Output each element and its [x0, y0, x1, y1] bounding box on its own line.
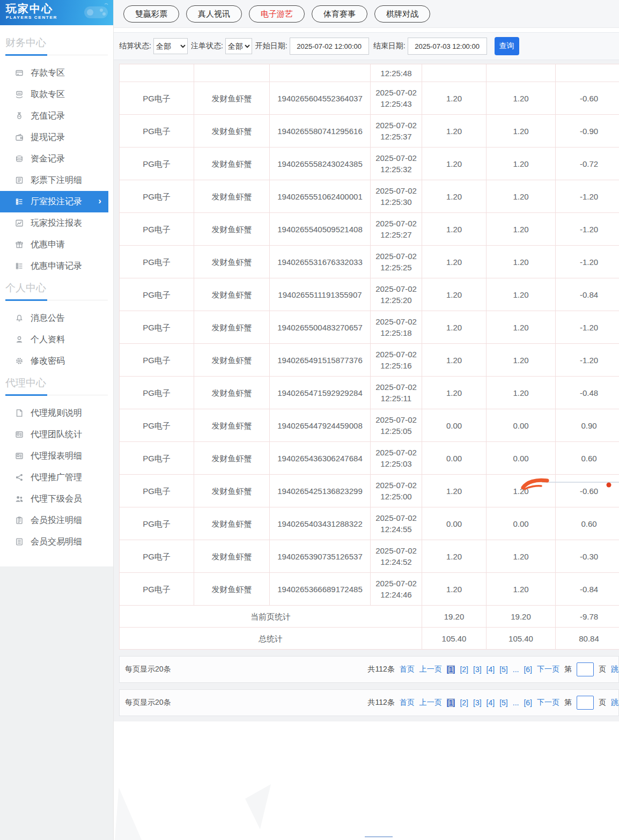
total-valid-bet: 19.20 — [487, 606, 556, 628]
sidebar-item-label: 提现记录 — [31, 132, 65, 143]
sidebar-item-玩家投注报表[interactable]: 玩家投注报表 — [0, 212, 108, 234]
cell — [120, 64, 194, 82]
sidebar-section: 代理中心代理规则说明代理团队统计代理报表明细代理推广管理代理下级会员会员投注明细… — [0, 376, 113, 552]
page-link-3[interactable]: [3] — [473, 665, 482, 674]
jump-prefix: 第 — [564, 665, 572, 674]
win-loss: -0.72 — [556, 148, 619, 180]
sidebar-item-会员投注明细[interactable]: 会员投注明细 — [0, 510, 108, 531]
sidebar-item-label: 玩家投注报表 — [31, 218, 82, 229]
page-link-1[interactable]: [1] — [447, 665, 455, 674]
total-count: 共112条 — [368, 665, 395, 674]
sidebar-item-存款专区[interactable]: 存款专区 — [0, 62, 108, 84]
next-page-link[interactable]: 下一页 — [537, 698, 559, 708]
first-page-link[interactable]: 首页 — [400, 665, 415, 674]
game-name: 发财鱼虾蟹 — [194, 475, 270, 507]
game-name: 发财鱼虾蟹 — [194, 213, 270, 246]
table-row: PG电子发财鱼虾蟹19402656045523640372025-07-0212… — [120, 82, 619, 115]
valid-bet-amount: 1.20 — [487, 278, 556, 311]
page-link-6[interactable]: [6] — [524, 665, 532, 674]
page-link-4[interactable]: [4] — [487, 698, 495, 707]
valid-bet-amount: 1.20 — [487, 377, 556, 409]
order-number: 1940265436306247684 — [270, 442, 371, 475]
page-link-4[interactable]: [4] — [487, 665, 495, 674]
start-date-input[interactable] — [290, 38, 369, 55]
page-link-6[interactable]: [6] — [524, 698, 532, 707]
jump-page-input[interactable] — [577, 662, 594, 676]
page-link-3[interactable]: [3] — [473, 698, 482, 707]
bet-time: 2025-07-0212:24:46 — [371, 573, 422, 606]
page-link-5[interactable]: [5] — [499, 698, 508, 707]
page-link-2[interactable]: [2] — [460, 665, 468, 674]
settle-status-select[interactable]: 全部 — [153, 38, 188, 54]
end-date-input[interactable] — [408, 38, 487, 55]
valid-bet-amount: 1.20 — [487, 475, 556, 507]
jump-suffix: 页 — [599, 665, 606, 674]
prev-page-link[interactable]: 上一页 — [419, 665, 442, 674]
sidebar-item-label: 优惠申请 — [31, 239, 65, 250]
sidebar-item-label: 取款专区 — [31, 89, 65, 100]
sidebar-item-代理报表明细[interactable]: 代理报表明细 — [0, 445, 108, 467]
prev-page-link[interactable]: 上一页 — [419, 698, 442, 708]
jump-button[interactable]: 跳转 — [611, 698, 619, 708]
page-link-2[interactable]: [2] — [460, 698, 468, 707]
sidebar-item-会员交易明细[interactable]: 会员交易明细 — [0, 531, 108, 552]
sidebar-item-代理团队统计[interactable]: 代理团队统计 — [0, 424, 108, 445]
clipboard-icon — [15, 516, 24, 525]
game-name: 发财鱼虾蟹 — [194, 278, 270, 311]
bet-amount: 1.20 — [422, 246, 487, 278]
page-link-1[interactable]: [1] — [447, 698, 455, 707]
bet-records-table-wrap: 12:25:48PG电子发财鱼虾蟹19402656045523640372025… — [119, 64, 619, 650]
sidebar-item-优惠申请记录[interactable]: 优惠申请记录 — [0, 255, 108, 277]
jump-button[interactable]: 跳转 — [611, 665, 619, 674]
id-card-icon — [15, 452, 24, 460]
win-loss: -0.48 — [556, 377, 619, 409]
sidebar-item-个人资料[interactable]: 个人资料 — [0, 329, 108, 350]
sidebar-item-充值记录[interactable]: 充值记录 — [0, 105, 108, 127]
watermark-triangle — [115, 787, 142, 840]
section-divider — [5, 395, 108, 395]
next-page-link[interactable]: 下一页 — [537, 665, 559, 674]
valid-bet-amount: 1.20 — [487, 573, 556, 606]
sidebar-menu: 财务中心存款专区取款专区充值记录提现记录资金记录彩票下注明细厅室投注记录›玩家投… — [0, 25, 113, 566]
sidebar-item-取款专区[interactable]: 取款专区 — [0, 84, 108, 105]
table-row: PG电子发财鱼虾蟹19402655510624000012025-07-0212… — [120, 180, 619, 213]
sidebar-item-厅室投注记录[interactable]: 厅室投注记录› — [0, 191, 108, 212]
bet-amount: 1.20 — [422, 148, 487, 180]
platform: PG电子 — [120, 377, 194, 409]
bell-icon — [15, 314, 24, 322]
sidebar-item-提现记录[interactable]: 提现记录 — [0, 127, 108, 148]
jump-page-input[interactable] — [577, 696, 594, 710]
order-status-select[interactable]: 全部 — [225, 38, 252, 54]
sidebar-item-修改密码[interactable]: 修改密码 — [0, 350, 108, 372]
tab-雙贏彩票[interactable]: 雙贏彩票 — [123, 5, 179, 23]
people-icon — [15, 495, 24, 503]
win-loss: -0.84 — [556, 573, 619, 606]
sidebar-item-label: 充值记录 — [31, 110, 65, 122]
search-button[interactable]: 查询 — [495, 37, 519, 55]
valid-bet-amount: 1.20 — [487, 115, 556, 148]
tab-体育赛事[interactable]: 体育赛事 — [312, 5, 367, 23]
bet-amount: 1.20 — [422, 573, 487, 606]
game-name: 发财鱼虾蟹 — [194, 442, 270, 475]
table-row: PG电子发财鱼虾蟹19402655316763320332025-07-0212… — [120, 246, 619, 278]
jump-suffix: 页 — [599, 698, 606, 708]
bet-time: 2025-07-0212:25:32 — [371, 148, 422, 180]
tab-棋牌对战[interactable]: 棋牌对战 — [374, 5, 430, 23]
total-bet-amount: 19.20 — [422, 606, 487, 628]
sidebar-item-消息公告[interactable]: 消息公告 — [0, 307, 108, 329]
first-page-link[interactable]: 首页 — [400, 698, 415, 708]
sidebar-item-资金记录[interactable]: 资金记录 — [0, 148, 108, 170]
sidebar-item-优惠申请[interactable]: 优惠申请 — [0, 234, 108, 255]
sidebar-item-代理规则说明[interactable]: 代理规则说明 — [0, 402, 108, 424]
sidebar-item-代理推广管理[interactable]: 代理推广管理 — [0, 467, 108, 488]
bet-time: 2025-07-0212:24:52 — [371, 540, 422, 573]
bet-amount: 1.20 — [422, 278, 487, 311]
summary-row: 总统计105.40105.4080.84 — [120, 628, 619, 650]
win-loss: -1.20 — [556, 246, 619, 278]
total-bet-amount: 105.40 — [422, 628, 487, 650]
page-link-5[interactable]: [5] — [499, 665, 508, 674]
tab-电子游艺[interactable]: 电子游艺 — [249, 5, 305, 23]
sidebar-item-代理下级会员[interactable]: 代理下级会员 — [0, 488, 108, 510]
sidebar-item-彩票下注明细[interactable]: 彩票下注明细 — [0, 170, 108, 191]
tab-真人视讯[interactable]: 真人视讯 — [186, 5, 242, 23]
